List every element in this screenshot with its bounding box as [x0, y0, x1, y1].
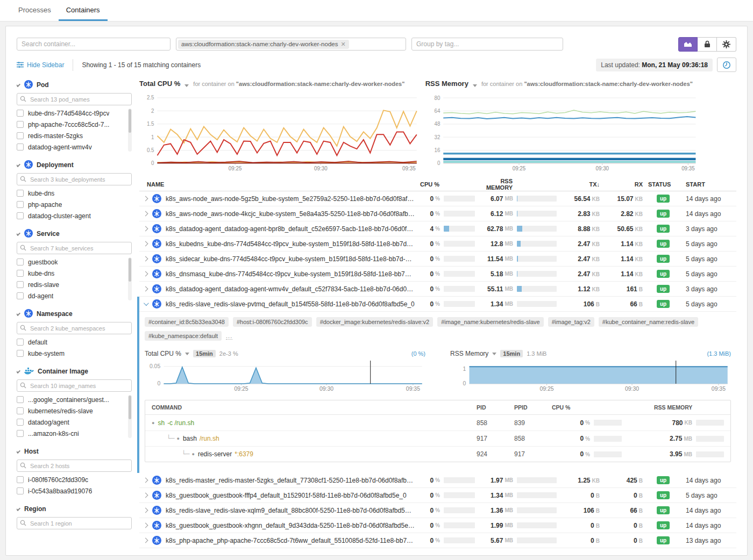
cpu-timeseries-chart[interactable]: 00.511.522.509:2509:3009:35 — [139, 91, 420, 172]
sidebar-section-header[interactable]: Host — [17, 446, 132, 457]
checkbox[interactable] — [17, 350, 24, 357]
time-window-badge[interactable]: 15min — [500, 350, 523, 357]
sidebar-filter-item[interactable]: kube-dns — [17, 188, 132, 199]
col-name[interactable]: NAME — [139, 181, 415, 188]
tab-containers[interactable]: Containers — [59, 0, 108, 21]
sidebar-section-header[interactable]: Container Image — [17, 366, 132, 377]
checkbox[interactable] — [17, 339, 24, 346]
sidebar-filter-item[interactable]: kube-dns — [17, 268, 126, 279]
chevron-down-icon[interactable] — [473, 84, 477, 87]
sidebar-filter-item[interactable]: guestbook — [17, 256, 126, 268]
sidebar-filter-item[interactable]: ...google_containers/guest... — [17, 394, 126, 405]
checkbox[interactable] — [17, 190, 24, 197]
checkbox[interactable] — [17, 259, 24, 265]
sidebar-search-input[interactable] — [17, 379, 132, 392]
sidebar-filter-item[interactable]: redis-master-5zgks — [17, 130, 126, 141]
sidebar-search-input[interactable] — [17, 517, 132, 529]
checkbox[interactable] — [17, 419, 24, 426]
scrollbar[interactable] — [128, 395, 132, 438]
expand-chevron-icon[interactable] — [143, 478, 148, 483]
tag-pill[interactable]: #kube_namespace:default — [145, 331, 222, 341]
sidebar-section-header[interactable]: Pod — [17, 80, 132, 90]
expand-chevron-icon[interactable] — [143, 508, 148, 513]
checkbox[interactable] — [17, 430, 24, 437]
scrollbar[interactable] — [128, 257, 132, 300]
chart-view-button[interactable] — [678, 37, 698, 52]
container-row[interactable]: k8s_redis-slave_redis-slave-pvtmq_defaul… — [139, 297, 736, 312]
container-row[interactable]: k8s_datadog-agent_datadog-agent-bpr8b_de… — [139, 221, 736, 236]
checkbox[interactable] — [17, 110, 24, 117]
checkbox[interactable] — [17, 143, 24, 150]
expand-chevron-icon[interactable] — [143, 538, 148, 543]
checkbox[interactable] — [17, 407, 24, 414]
container-row[interactable]: k8s_aws-node_aws-node-5gz5b_kube-system_… — [139, 191, 736, 206]
tab-processes[interactable]: Processes — [11, 0, 59, 21]
expand-chevron-icon[interactable] — [143, 211, 148, 217]
process-row[interactable]: ● sh -c /run.sh 858 839 0% 780KB — [145, 415, 730, 430]
expand-chevron-icon[interactable] — [144, 300, 149, 306]
expand-chevron-icon[interactable] — [143, 271, 148, 277]
settings-button[interactable] — [717, 37, 736, 52]
tag-pill[interactable]: #kube_container_name:redis-slave — [599, 317, 698, 327]
tag-pill[interactable]: #host:i-080f6760c2fdd309c — [233, 317, 312, 327]
sidebar-section-header[interactable]: Deployment — [17, 160, 132, 170]
hide-sidebar-button[interactable]: Hide Sidebar — [17, 61, 64, 69]
sidebar-search-input[interactable] — [17, 460, 132, 472]
sidebar-filter-item[interactable]: dd-agent — [17, 290, 126, 301]
checkbox[interactable] — [17, 201, 24, 208]
filter-tag-pill[interactable]: aws:cloudformation:stack-name:charly-dev… — [178, 40, 349, 49]
expand-chevron-icon[interactable] — [143, 241, 148, 247]
sidebar-filter-item[interactable]: i-0c543a8baa9d19076 — [17, 485, 132, 497]
sidebar-filter-item[interactable]: php-apache — [17, 199, 132, 210]
checkbox[interactable] — [17, 476, 24, 483]
checkbox[interactable] — [17, 396, 24, 403]
sidebar-filter-item[interactable]: redis-slave — [17, 279, 126, 290]
col-tx[interactable]: TX↓ — [557, 181, 603, 188]
refresh-timer-button[interactable] — [717, 58, 736, 72]
sidebar-search-input[interactable] — [17, 93, 132, 105]
checkbox[interactable] — [17, 212, 24, 219]
container-row[interactable]: k8s_sidecar_kube-dns-774d5484cc-t9pcv_ku… — [139, 252, 736, 267]
sidebar-section-header[interactable]: Service — [17, 228, 132, 239]
tag-pill[interactable]: #container_id:8c5b33ea3048 — [145, 317, 229, 327]
container-row[interactable]: k8s_kubedns_kube-dns-774d5484cc-t9pcv_ku… — [139, 236, 736, 252]
sidebar-search-input[interactable] — [17, 242, 132, 254]
lock-button[interactable] — [698, 37, 717, 52]
sidebar-filter-item[interactable]: datadog-agent-wmv4v — [17, 141, 126, 153]
container-row[interactable]: k8s_guestbook_guestbook-xhgnn_default_9d… — [139, 518, 736, 533]
checkbox[interactable] — [17, 132, 24, 139]
sidebar-filter-item[interactable]: datadog-cluster-agent — [17, 210, 132, 221]
sidebar-section-header[interactable]: Region — [17, 504, 132, 514]
container-row[interactable]: k8s_redis-master_redis-master-5zgks_defa… — [139, 473, 736, 488]
checkbox[interactable] — [17, 487, 24, 494]
container-row[interactable]: k8s_dnsmasq_kube-dns-774d5484cc-t9pcv_ku… — [139, 267, 736, 282]
filter-tag-box[interactable]: aws:cloudformation:stack-name:charly-dev… — [176, 38, 406, 51]
process-row[interactable]: └─ ● redis-server *:6379 924 917 0% 3.95… — [145, 446, 730, 462]
col-status[interactable]: STATUS — [646, 181, 680, 188]
col-cpu[interactable]: CPU % — [415, 181, 475, 188]
col-rx[interactable]: RX — [603, 181, 646, 188]
sidebar-filter-item[interactable]: default — [17, 336, 132, 348]
tag-pill[interactable]: #image_tag:v2 — [548, 317, 594, 327]
detail-rss-chart[interactable]: 0109:2509:3009:35 — [450, 359, 731, 392]
process-row[interactable]: └─ ● bash /run.sh 917 858 0% 2.75MB — [145, 430, 730, 446]
sidebar-filter-item[interactable]: php-apache-7ccc68c5cd-7... — [17, 119, 126, 130]
tag-pill[interactable]: #image_name:kubernetes/redis-slave — [437, 317, 543, 327]
container-row[interactable]: k8s_datadog-agent_datadog-agent-wmv4v_de… — [139, 282, 736, 297]
checkbox[interactable] — [17, 292, 24, 299]
chevron-down-icon[interactable] — [184, 84, 189, 87]
checkbox[interactable] — [17, 270, 24, 277]
scrollbar[interactable] — [128, 109, 132, 152]
expand-chevron-icon[interactable] — [143, 493, 148, 498]
time-window-badge[interactable]: 15min — [193, 350, 216, 357]
container-row[interactable]: k8s_guestbook_guestbook-fffp4_default_b1… — [139, 488, 736, 503]
sidebar-search-input[interactable] — [17, 173, 132, 185]
expand-chevron-icon[interactable] — [143, 196, 148, 202]
sidebar-filter-item[interactable]: ...amazon-k8s-cni — [17, 428, 126, 439]
container-row[interactable]: k8s_redis-slave_redis-slave-xqlm9_defaul… — [139, 503, 736, 518]
chevron-down-icon[interactable] — [185, 353, 189, 355]
detail-cpu-chart[interactable]: 00.0509:2509:3009:35 — [145, 359, 425, 392]
checkbox[interactable] — [17, 121, 24, 128]
sidebar-section-header[interactable]: Namespace — [17, 308, 132, 319]
container-search-input[interactable] — [17, 38, 171, 51]
